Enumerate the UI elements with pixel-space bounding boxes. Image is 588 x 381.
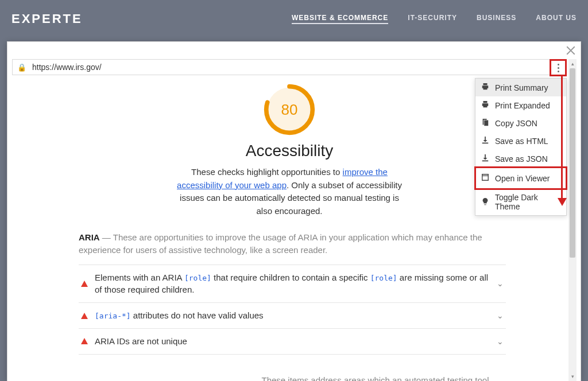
- chevron-down-icon: ⌄: [497, 336, 504, 347]
- menu-label: Open in Viewer: [495, 174, 550, 183]
- menu-item-print-summary[interactable]: Print Summary: [475, 79, 566, 96]
- menu-label: Toggle Dark Theme: [495, 193, 560, 211]
- menu-item-print-expanded[interactable]: Print Expanded: [475, 96, 566, 114]
- report-description: These checks highlight opportunities to …: [175, 166, 404, 217]
- menu-item-toggle-dark-theme[interactable]: Toggle Dark Theme: [475, 189, 566, 215]
- audit-text: [aria-*] attributes do not have valid va…: [95, 309, 490, 322]
- viewer-icon: [481, 173, 489, 183]
- chevron-down-icon: ⌄: [497, 310, 504, 321]
- download-icon: [481, 136, 489, 146]
- warning-icon: [81, 338, 88, 344]
- menu-item-open-in-viewer[interactable]: Open in Viewer: [475, 168, 566, 189]
- menu-item-save-as-json[interactable]: Save as JSON: [475, 150, 566, 168]
- menu-label: Copy JSON: [495, 119, 537, 128]
- url-text: https://www.irs.gov/: [32, 63, 562, 72]
- nav-links: WEBSITE & ECOMMERCEIT-SECURITYBUSINESSAB…: [292, 14, 577, 24]
- nav-link[interactable]: WEBSITE & ECOMMERCE: [292, 14, 388, 24]
- menu-label: Save as HTML: [495, 137, 548, 146]
- audit-row[interactable]: ARIA IDs are not unique ⌄: [79, 328, 506, 355]
- site-header: EXPERTE WEBSITE & ECOMMERCEIT-SECURITYBU…: [0, 0, 588, 37]
- scrollbar[interactable]: ▴ ▾: [568, 59, 577, 381]
- menu-label: Save as JSON: [495, 154, 548, 164]
- copy-icon: [481, 118, 489, 128]
- warning-icon: [81, 281, 88, 287]
- bulb-icon: [481, 197, 489, 207]
- report-modal: 🔒 https://www.irs.gov/ ▴ ▾ 80 Accessibil…: [7, 41, 581, 381]
- scroll-thumb[interactable]: [570, 68, 575, 258]
- warning-icon: [81, 313, 88, 319]
- print-icon: [481, 100, 489, 110]
- menu-label: Print Summary: [495, 83, 548, 92]
- audit-text: ARIA IDs are not unique: [95, 335, 490, 348]
- lock-icon: 🔒: [17, 63, 26, 72]
- print-icon: [481, 83, 489, 92]
- logo[interactable]: EXPERTE: [11, 11, 83, 26]
- audit-text: Elements with an ARIA [role] that requir…: [95, 271, 490, 297]
- scroll-up-icon[interactable]: ▴: [568, 59, 577, 68]
- kebab-icon: [558, 64, 559, 72]
- aria-intro: ARIA — These are opportunities to improv…: [79, 231, 506, 256]
- menu-label: Print Expanded: [495, 101, 550, 110]
- aria-section: ARIA — These are opportunities to improv…: [79, 231, 506, 355]
- download-icon: [481, 154, 489, 164]
- url-bar: 🔒 https://www.irs.gov/: [12, 59, 567, 75]
- score-value: 80: [262, 82, 317, 137]
- audit-row[interactable]: [aria-*] attributes do not have valid va…: [79, 302, 506, 328]
- kebab-menu-button[interactable]: [550, 59, 567, 76]
- nav-link[interactable]: ABOUT US: [536, 14, 577, 24]
- manual-checks[interactable]: Additional items to manually check (10) …: [79, 375, 523, 381]
- score-gauge: 80: [262, 82, 317, 137]
- nav-link[interactable]: IT-SECURITY: [408, 14, 457, 24]
- nav-link[interactable]: BUSINESS: [477, 14, 516, 24]
- scroll-down-icon[interactable]: ▾: [568, 372, 577, 381]
- manual-desc: — These items address areas which an aut…: [251, 375, 512, 381]
- menu-item-save-as-html[interactable]: Save as HTML: [475, 132, 566, 150]
- audit-row[interactable]: Elements with an ARIA [role] that requir…: [79, 265, 506, 303]
- tools-menu: Print SummaryPrint ExpandedCopy JSONSave…: [475, 78, 567, 216]
- close-icon[interactable]: [566, 45, 576, 56]
- chevron-down-icon: ⌄: [497, 278, 504, 289]
- menu-item-copy-json[interactable]: Copy JSON: [475, 114, 566, 132]
